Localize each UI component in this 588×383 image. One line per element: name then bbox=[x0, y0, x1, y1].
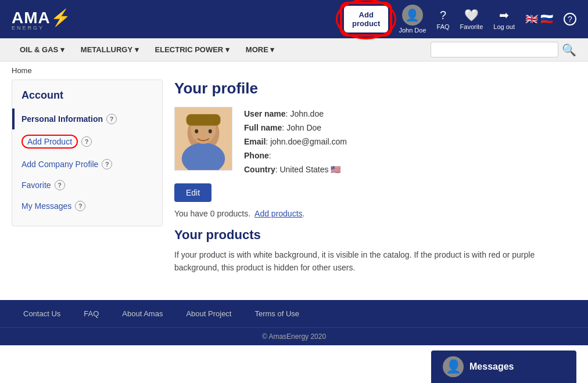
breadcrumb-home[interactable]: Home bbox=[12, 66, 32, 75]
edit-profile-button[interactable]: Edit bbox=[174, 183, 211, 202]
svg-point-5 bbox=[195, 129, 198, 133]
sidebar-item-personal-information[interactable]: Personal Information ? bbox=[12, 109, 162, 129]
logout-icon: ➡ bbox=[499, 8, 509, 22]
personal-information-help-icon[interactable]: ? bbox=[106, 114, 117, 124]
country-field: Country: United States 🇺🇸 bbox=[244, 165, 347, 174]
profile-title: Your profile bbox=[174, 80, 576, 97]
email-field: Email: john.doe@gmail.com bbox=[244, 137, 347, 146]
search-button[interactable]: 🔍 bbox=[562, 43, 576, 57]
language-selector: 🇬🇧 🇷🇺 bbox=[525, 13, 553, 26]
profile-details: User name: John.doe Full name: John Doe … bbox=[244, 107, 347, 174]
footer: Contact Us FAQ About Amas About Project … bbox=[0, 300, 588, 327]
footer-copyright: © AmasEnergy 2020 bbox=[0, 327, 588, 345]
main-navbar: OIL & GAS ▾ METALLURGY ▾ ELECTRIC POWER … bbox=[0, 38, 588, 62]
footer-faq[interactable]: FAQ bbox=[84, 309, 99, 318]
profile-content: Your profile User name: John.doe Full na… bbox=[174, 80, 576, 288]
phone-field: Phone: bbox=[244, 151, 347, 160]
nav-more[interactable]: MORE ▾ bbox=[238, 38, 283, 61]
nav-electric-power[interactable]: ELECTRIC POWER ▾ bbox=[147, 38, 238, 61]
fullname-value: John Doe bbox=[286, 123, 321, 132]
logo-text: AMA bbox=[12, 9, 51, 27]
username-field: User name: John.doe bbox=[244, 109, 347, 118]
add-product-label: Add Product bbox=[21, 135, 78, 149]
profile-info-row: User name: John.doe Full name: John Doe … bbox=[174, 107, 576, 174]
nav-search: 🔍 bbox=[431, 42, 576, 57]
footer-about-project[interactable]: About Project bbox=[186, 309, 231, 318]
products-count: You have 0 products. Add products. bbox=[174, 209, 576, 218]
my-messages-help-icon[interactable]: ? bbox=[75, 201, 85, 211]
country-label: Country bbox=[244, 165, 275, 174]
svg-point-6 bbox=[209, 129, 212, 133]
username-value: John.doe bbox=[290, 109, 324, 118]
country-value: United States 🇺🇸 bbox=[279, 165, 340, 174]
sidebar-item-favorite[interactable]: Favorite ? bbox=[12, 175, 162, 196]
sidebar-item-add-product[interactable]: Add Product ? bbox=[12, 129, 162, 154]
add-product-help-icon[interactable]: ? bbox=[81, 136, 92, 147]
user-profile-icon-item[interactable]: 👤 John Doe bbox=[399, 5, 426, 34]
user-name-label: John Doe bbox=[399, 27, 426, 34]
my-messages-label: My Messages bbox=[21, 201, 71, 211]
profile-photo bbox=[174, 107, 232, 171]
favorite-label: Favorite bbox=[460, 23, 483, 30]
logo-bolt: ⚡ bbox=[51, 9, 71, 27]
footer-about-amas[interactable]: About Amas bbox=[122, 309, 163, 318]
breadcrumb: Home bbox=[0, 62, 588, 80]
favorite-sidebar-label: Favorite bbox=[21, 180, 51, 190]
faq-label: FAQ bbox=[437, 23, 450, 30]
email-label: Email bbox=[244, 137, 266, 146]
add-company-profile-help-icon[interactable]: ? bbox=[102, 159, 112, 169]
sidebar-title: Account bbox=[12, 89, 162, 109]
logo: AMA⚡ ENERGY bbox=[12, 8, 71, 31]
sidebar-item-add-company-profile[interactable]: Add Company Profile ? bbox=[12, 154, 162, 175]
add-product-button[interactable]: Add product bbox=[344, 6, 388, 32]
username-label: User name bbox=[244, 109, 286, 118]
nav-metallurgy[interactable]: METALLURGY ▾ bbox=[73, 38, 147, 61]
footer-terms-of-use[interactable]: Terms of Use bbox=[254, 309, 299, 318]
header: AMA⚡ ENERGY Add product 👤 John Doe ? FAQ… bbox=[0, 0, 588, 38]
nav-oil-gas[interactable]: OIL & GAS ▾ bbox=[12, 38, 73, 61]
help-icon-item[interactable]: ? bbox=[564, 13, 576, 26]
faq-icon-item[interactable]: ? FAQ bbox=[437, 9, 450, 30]
question-icon: ? bbox=[440, 9, 446, 22]
sidebar-item-my-messages[interactable]: My Messages ? bbox=[12, 196, 162, 216]
account-sidebar: Account Personal Information ? Add Produ… bbox=[12, 80, 163, 226]
help-circle-icon: ? bbox=[564, 13, 576, 26]
user-avatar: 👤 bbox=[402, 5, 423, 26]
add-products-link[interactable]: Add products bbox=[254, 209, 303, 218]
ru-flag[interactable]: 🇷🇺 bbox=[540, 13, 553, 26]
products-count-text: You have 0 products. bbox=[174, 209, 250, 218]
en-flag[interactable]: 🇬🇧 bbox=[525, 13, 538, 26]
favorite-icon-item[interactable]: 🤍 Favorite bbox=[460, 8, 483, 30]
add-product-wrapper: Add product bbox=[344, 6, 388, 32]
fullname-field: Full name: John Doe bbox=[244, 123, 347, 132]
search-input[interactable] bbox=[431, 42, 558, 57]
avatar-icon: 👤 bbox=[405, 8, 420, 22]
products-info: If your product is with white background… bbox=[174, 248, 576, 274]
your-products-title: Your products bbox=[174, 227, 576, 243]
logout-icon-item[interactable]: ➡ Log out bbox=[493, 8, 515, 30]
email-value: john.doe@gmail.com bbox=[270, 137, 347, 146]
personal-information-label: Personal Information bbox=[21, 114, 103, 124]
logout-label: Log out bbox=[493, 23, 515, 30]
header-right: Add product 👤 John Doe ? FAQ 🤍 Favorite … bbox=[344, 5, 576, 34]
footer-contact-us[interactable]: Contact Us bbox=[23, 309, 60, 318]
favorite-help-icon[interactable]: ? bbox=[55, 180, 65, 190]
svg-rect-4 bbox=[187, 114, 221, 126]
main-layout: Account Personal Information ? Add Produ… bbox=[0, 80, 588, 300]
heart-icon: 🤍 bbox=[464, 8, 479, 22]
add-company-profile-label: Add Company Profile bbox=[21, 160, 98, 169]
phone-label: Phone bbox=[244, 151, 269, 160]
fullname-label: Full name bbox=[244, 123, 282, 132]
